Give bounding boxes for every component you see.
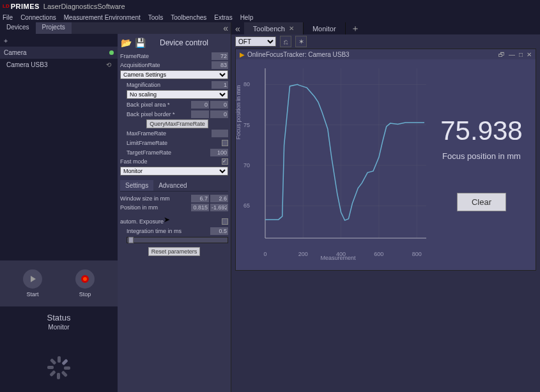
acqrate-value (212, 61, 228, 69)
spinner-icon (47, 356, 70, 379)
pos-a-input[interactable] (191, 204, 209, 211)
status-sub: Monitor (0, 324, 118, 331)
readout-value: 75.938 (440, 116, 522, 146)
device-item-label: Camera USB3 (6, 61, 47, 68)
start-label: Start (23, 291, 42, 298)
ws-b-input[interactable] (210, 195, 228, 202)
tab-projects[interactable]: Projects (36, 22, 72, 34)
autoexp-label: autom. Exposure (120, 218, 222, 225)
play-icon (31, 276, 36, 282)
y-axis-label: Focus position in mm (235, 85, 242, 139)
inttime-label: Integration time in ms (127, 228, 210, 234)
magnification-input[interactable] (212, 81, 228, 89)
minimize-icon[interactable]: — (509, 51, 515, 58)
add-tab-button[interactable]: ＋ (346, 23, 365, 34)
magnification-label: Magnification (127, 82, 212, 88)
menubar: File Connections Measurement Environment… (0, 12, 540, 22)
fastmode-checkbox[interactable] (222, 158, 228, 165)
titlebar: LD PRIMES LaserDiagnosticsSoftware (0, 0, 540, 12)
window-size-label: Window size in mm (120, 195, 191, 202)
inttime-input[interactable] (210, 227, 228, 235)
stop-label: Stop (75, 291, 95, 298)
framerate-value (212, 52, 228, 60)
bpa-a-input[interactable] (191, 101, 209, 109)
menu-file[interactable]: File (3, 14, 13, 21)
left-panel: Devices Projects ＋ Camera Camera USB3 ⟲ … (0, 22, 118, 392)
right-panel: « Toolbench✕ Monitor ＋ OFT ⎌ ✶ ▶ OnlineF… (231, 22, 540, 392)
x-axis-label: Measurement (242, 255, 434, 261)
menu-tools[interactable]: Tools (148, 14, 163, 21)
collapse-left-icon[interactable]: « (220, 23, 231, 33)
stop-button[interactable] (75, 269, 95, 289)
bpb-a-input[interactable] (191, 110, 209, 118)
toolbar-icon-2[interactable]: ✶ (295, 36, 307, 47)
status-dot-icon (109, 50, 114, 55)
device-group-label: Camera (4, 49, 27, 56)
menu-connections[interactable]: Connections (20, 14, 56, 21)
app-subtitle: LaserDiagnosticsSoftware (43, 3, 125, 10)
save-icon[interactable]: 💾 (134, 37, 146, 49)
start-button[interactable] (23, 269, 42, 289)
bpa-b-input[interactable] (210, 101, 228, 109)
tab-devices[interactable]: Devices (0, 22, 36, 34)
position-mm-label: Position in mm (120, 204, 191, 211)
brand: PRIMES (11, 3, 40, 10)
stop-icon (81, 275, 89, 283)
fastmode-label: Fast mode (120, 158, 222, 165)
acqrate-label: AcquisitionRate (120, 62, 212, 68)
pin-icon[interactable]: 🗗 (498, 51, 505, 58)
oft-select[interactable]: OFT (235, 36, 276, 47)
limitframerate-checkbox[interactable] (222, 140, 228, 146)
ws-a-input[interactable] (191, 195, 209, 202)
device-group-camera[interactable]: Camera (0, 47, 118, 59)
readout-label: Focus position in mm (442, 151, 521, 161)
logo-badge: LD (3, 3, 10, 9)
back-pixel-area-label: Back pixel area * (127, 102, 191, 108)
pos-b-input[interactable] (210, 204, 228, 211)
add-device-button[interactable]: ＋ (0, 35, 12, 47)
chart-area: Focus position in mm 65707580 0200400600… (242, 64, 434, 262)
inttime-slider[interactable] (127, 237, 228, 243)
menu-measurement-env[interactable]: Measurement Environment (64, 14, 141, 21)
subtab-settings[interactable]: Settings (120, 180, 153, 191)
menu-help[interactable]: Help (240, 14, 254, 21)
chart-window: ▶ OnlineFocusTracker: Camera USB3 🗗 — □ … (235, 49, 536, 271)
back-pixel-border-label: Back pixel border * (127, 111, 191, 117)
maximize-icon[interactable]: □ (519, 51, 523, 58)
autoexp-checkbox[interactable] (222, 218, 228, 225)
subtab-advanced[interactable]: Advanced (153, 180, 192, 191)
framerate-label: FrameRate (120, 53, 212, 59)
tab-monitor[interactable]: Monitor (304, 22, 346, 34)
targetframerate-input[interactable] (210, 149, 228, 156)
refresh-icon[interactable]: ⟲ (106, 61, 111, 68)
scaling-select[interactable]: No scaling (127, 90, 228, 99)
chart-title: OnlineFocusTracker: Camera USB3 (247, 51, 350, 58)
flag-icon: ▶ (240, 51, 245, 58)
limitframerate-label: LimitFrameRate (127, 140, 222, 146)
toolbar-icon-1[interactable]: ⎌ (280, 36, 291, 47)
slider-thumb[interactable] (128, 237, 134, 243)
maxframerate-value (212, 130, 228, 137)
close-window-icon[interactable]: ✕ (527, 51, 532, 58)
menu-extras[interactable]: Extras (214, 14, 232, 21)
reset-parameters-button[interactable]: Reset parameters (148, 247, 201, 256)
device-item-camera-usb3[interactable]: Camera USB3 ⟲ (0, 59, 118, 71)
open-icon[interactable]: 📂 (120, 37, 132, 49)
menu-toolbenches[interactable]: Toolbenches (171, 14, 206, 21)
collapse-right-icon[interactable]: « (231, 24, 244, 34)
monitor-select[interactable]: Monitor (120, 167, 228, 176)
bpb-b-input[interactable] (210, 110, 228, 118)
camera-settings-select[interactable]: Camera Settings (120, 70, 228, 79)
tab-toolbench[interactable]: Toolbench✕ (244, 22, 304, 34)
clear-button[interactable]: Clear (457, 193, 506, 211)
maxframerate-label: MaxFrameRate (127, 130, 212, 137)
line-chart (251, 64, 430, 250)
close-icon[interactable]: ✕ (289, 25, 294, 32)
targetframerate-label: TargetFrameRate (127, 149, 210, 156)
status-title: Status (0, 313, 118, 322)
query-max-framerate-button[interactable]: QueryMaxFrameRate (146, 119, 208, 128)
panel-title: Device control (160, 38, 208, 47)
device-control-panel: « 📂 💾 Device control FrameRate Acquisiti… (118, 22, 231, 392)
